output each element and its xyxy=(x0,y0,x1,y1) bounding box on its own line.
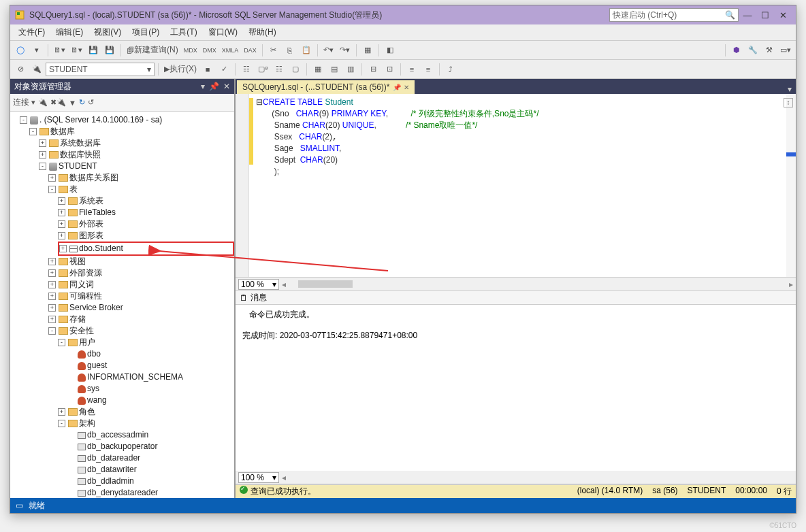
uncomment-icon[interactable]: ⊡ xyxy=(382,62,397,77)
quick-launch[interactable]: 快速启动 (Ctrl+Q) 🔍 xyxy=(609,8,739,22)
messages-pane[interactable]: 命令已成功完成。 完成时间: 2020-03-07T15:42:25.88794… xyxy=(236,305,796,471)
menu-tools[interactable]: 工具(T) xyxy=(165,27,202,38)
undo-icon[interactable]: ↶▾ xyxy=(321,43,336,58)
sql-text[interactable]: ⊟CREATE TABLE Student (Sno CHAR(9) PRIMA… xyxy=(256,97,538,178)
stop-icon2[interactable]: ↺ xyxy=(88,98,94,107)
tree-diagrams[interactable]: 数据库关系图 xyxy=(69,172,118,184)
menu-project[interactable]: 项目(P) xyxy=(127,27,165,38)
window-icon[interactable]: ▭▾ xyxy=(778,43,793,58)
editor-zoom-select[interactable]: 100 %▾ xyxy=(238,279,279,290)
hammer-icon[interactable]: ⚒ xyxy=(762,43,777,58)
pin-icon[interactable]: 📌 xyxy=(209,82,219,91)
back-button[interactable]: ◯ xyxy=(13,43,28,58)
close-button[interactable]: ✕ xyxy=(774,10,792,20)
minimize-button[interactable]: — xyxy=(739,10,756,20)
save-icon[interactable]: 💾 xyxy=(86,43,101,58)
cut-icon[interactable]: ✂ xyxy=(266,43,281,58)
tabbar-menu-icon[interactable]: ▾ xyxy=(784,84,796,94)
connect-label[interactable]: 连接 ▾ xyxy=(13,97,35,108)
dax-icon[interactable]: DAX xyxy=(242,43,259,58)
live-icon[interactable]: ▢ xyxy=(288,62,303,77)
redo-icon[interactable]: ↷▾ xyxy=(338,43,353,58)
object-explorer-tree[interactable]: - . (SQL Server 14.0.1000.169 - sa) - 数据… xyxy=(10,112,234,498)
stats-icon[interactable]: ☷ xyxy=(272,62,287,77)
tree-schemas[interactable]: 架构 xyxy=(79,418,95,429)
activity-icon[interactable]: ◧ xyxy=(383,43,398,58)
menu-view[interactable]: 视图(V) xyxy=(88,27,127,38)
tree-extresources[interactable]: 外部资源 xyxy=(69,267,102,279)
refresh-icon[interactable]: ↻ xyxy=(79,98,85,107)
user-info-schema[interactable]: INFORMATION_SCHEMA xyxy=(87,371,183,383)
editor-tab[interactable]: SQLQuery1.sql - (...STUDENT (sa (56))* 📌… xyxy=(237,80,415,94)
change-conn-icon[interactable]: 🔌 xyxy=(29,62,44,77)
panel-close-icon[interactable]: ✕ xyxy=(223,82,230,91)
tree-roles[interactable]: 角色 xyxy=(79,406,95,418)
messages-tab[interactable]: 消息 xyxy=(251,292,267,303)
grid-icon[interactable]: ▦ xyxy=(360,43,375,58)
user-guest[interactable]: guest xyxy=(87,360,107,371)
stop-icon[interactable]: ■ xyxy=(200,62,215,77)
menu-file[interactable]: 文件(F) xyxy=(13,27,50,38)
results-file-icon[interactable]: ▥ xyxy=(343,62,358,77)
schema-datawriter[interactable]: db_datawriter xyxy=(87,464,137,476)
menu-help[interactable]: 帮助(H) xyxy=(243,27,282,38)
tree-graphtables[interactable]: 图形表 xyxy=(79,230,103,242)
tree-users[interactable]: 用户 xyxy=(79,337,95,348)
mdx-icon[interactable]: MDX xyxy=(182,43,199,58)
sql-editor[interactable]: ↕ ⊟CREATE TABLE Student (Sno CHAR(9) PRI… xyxy=(236,94,796,278)
messages-zoom-select[interactable]: 100 %▾ xyxy=(238,472,279,483)
tree-dbo-student[interactable]: dbo.Student xyxy=(79,243,123,254)
tree-databases[interactable]: 数据库 xyxy=(50,126,75,137)
tree-synonyms[interactable]: 同义词 xyxy=(69,279,94,290)
user-wang[interactable]: wang xyxy=(87,395,107,406)
parse-icon[interactable]: ✓ xyxy=(216,62,231,77)
results-text-icon[interactable]: ▤ xyxy=(327,62,342,77)
user-dbo[interactable]: dbo xyxy=(87,348,101,360)
vs-icon[interactable]: ⬢ xyxy=(729,43,744,58)
schema-ddladmin[interactable]: db_ddladmin xyxy=(87,476,134,487)
database-selector[interactable]: STUDENT▾ xyxy=(46,63,155,76)
tree-dbo-student-highlight[interactable]: + dbo.Student xyxy=(58,242,234,256)
indent-icon[interactable]: ≡ xyxy=(404,62,419,77)
comment-icon[interactable]: ⊟ xyxy=(366,62,381,77)
tree-systables[interactable]: 系统表 xyxy=(79,195,103,207)
fwd-button[interactable]: ▾ xyxy=(29,43,44,58)
maximize-button[interactable]: ☐ xyxy=(756,10,774,20)
specify-icon[interactable]: ⤴ xyxy=(443,62,458,77)
outdent-icon[interactable]: ≡ xyxy=(421,62,436,77)
tree-filetables[interactable]: FileTables xyxy=(79,207,116,218)
plan-icon[interactable]: ☷ xyxy=(239,62,254,77)
schema-datareader[interactable]: db_datareader xyxy=(87,452,140,464)
menu-edit[interactable]: 编辑(E) xyxy=(50,27,88,38)
tree-storage[interactable]: 存储 xyxy=(69,314,86,325)
disconn-icon[interactable]: ✖🔌 xyxy=(50,98,66,107)
dmx-icon[interactable]: DMX xyxy=(201,43,219,58)
new-file-icon[interactable]: 🗎▾ xyxy=(52,43,67,58)
open-icon[interactable]: 🗎▾ xyxy=(69,43,84,58)
dropdown-icon[interactable]: ▾ xyxy=(201,82,205,91)
schema-denydatareader[interactable]: db_denydatareader xyxy=(87,487,158,498)
tree-server[interactable]: . (SQL Server 14.0.1000.169 - sa) xyxy=(39,114,162,126)
execute-button[interactable]: ▶ 执行(X) xyxy=(162,62,199,77)
tab-pin-icon[interactable]: 📌 xyxy=(393,84,401,91)
conn-icon[interactable]: 🔌 xyxy=(38,98,48,107)
editor-split-icon[interactable]: ↕ xyxy=(784,98,793,107)
new-query-button[interactable]: 🗐 新建查询(N) xyxy=(125,43,180,58)
user-sys[interactable]: sys xyxy=(87,383,99,395)
tree-views[interactable]: 视图 xyxy=(69,256,86,267)
tree-snapshots[interactable]: 数据库快照 xyxy=(60,149,101,161)
results-grid-icon[interactable]: ▦ xyxy=(310,62,325,77)
xmla-icon[interactable]: XMLA xyxy=(220,43,241,58)
menu-window[interactable]: 窗口(W) xyxy=(203,27,243,38)
tree-programmability[interactable]: 可编程性 xyxy=(69,290,102,302)
editor-hscroll-thumb[interactable] xyxy=(298,280,353,288)
tree-tables[interactable]: 表 xyxy=(69,184,78,195)
tree-security[interactable]: 安全性 xyxy=(69,325,94,337)
tree-sysdb[interactable]: 系统数据库 xyxy=(60,137,101,149)
disconnect-icon[interactable]: ⊘ xyxy=(13,62,28,77)
schema-accessadmin[interactable]: db_accessadmin xyxy=(87,429,148,441)
tab-close-icon[interactable]: ✕ xyxy=(404,84,409,91)
tree-externaltables[interactable]: 外部表 xyxy=(79,218,103,230)
options-icon[interactable]: ▢ᵍ xyxy=(255,62,270,77)
save-all-icon[interactable]: 💾 xyxy=(102,43,117,58)
